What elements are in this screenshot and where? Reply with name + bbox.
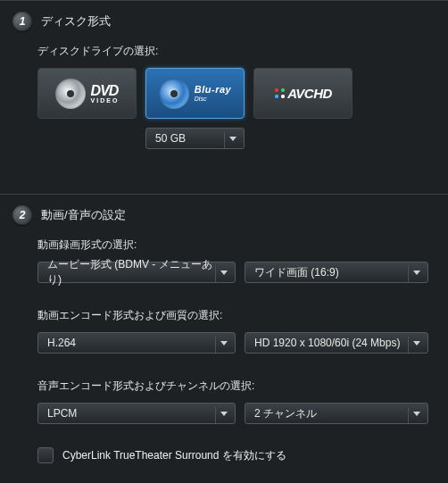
video-resolution-value: HD 1920 x 1080/60i (24 Mbps)	[254, 337, 400, 349]
disc-tile-avchd[interactable]: AVCHD	[253, 68, 353, 119]
chevron-down-icon	[220, 341, 228, 346]
dvd-text: DVD	[91, 83, 119, 98]
audio-channels-value: 2 チャンネル	[254, 406, 317, 421]
truetheater-checkbox[interactable]	[37, 447, 54, 463]
truetheater-label: CyberLink TrueTheater Surround を有効にする	[62, 448, 286, 463]
section-header: 1 ディスク形式	[0, 1, 448, 40]
avchd-logo: AVCHD	[274, 86, 332, 101]
avchd-text: AVCHD	[287, 86, 332, 101]
chevron-down-icon	[220, 412, 228, 416]
dvd-logo: DVD VIDEO	[91, 83, 120, 104]
section-disc-format: 1 ディスク形式 ディスクドライブの選択: DVD VIDEO Blu-ray	[0, 0, 448, 163]
disc-icon	[159, 79, 189, 109]
bluray-logo: Blu-ray Disc	[195, 85, 231, 102]
step-number-badge: 2	[12, 205, 32, 225]
video-format-label: 動画録画形式の選択:	[37, 237, 411, 253]
bluray-text: Blu-ray	[195, 85, 231, 95]
audio-codec-select[interactable]: LPCM	[37, 403, 236, 424]
video-encode-label: 動画エンコード形式および画質の選択:	[37, 308, 411, 323]
avchd-dots-icon	[274, 87, 286, 99]
chevron-down-icon	[229, 137, 236, 141]
disc-format-tiles: DVD VIDEO Blu-ray Disc AVCHD	[37, 68, 411, 119]
video-resolution-select[interactable]: HD 1920 x 1080/60i (24 Mbps)	[245, 332, 428, 354]
movie-format-select[interactable]: ムービー形式 (BDMV - メニューあり)	[37, 262, 236, 283]
dvd-subtext: VIDEO	[91, 97, 120, 104]
audio-codec-value: LPCM	[47, 407, 77, 420]
audio-channels-select[interactable]: 2 チャンネル	[245, 403, 428, 424]
chevron-down-icon	[413, 271, 420, 275]
disc-tile-dvd[interactable]: DVD VIDEO	[37, 68, 137, 119]
section-video-audio-settings: 2 動画/音声の設定 動画録画形式の選択: ムービー形式 (BDMV - メニュ…	[0, 194, 448, 478]
chevron-down-icon	[220, 271, 228, 275]
movie-format-value: ムービー形式 (BDMV - メニューあり)	[47, 257, 226, 287]
chevron-down-icon	[413, 341, 420, 346]
disc-icon	[55, 79, 86, 109]
disc-drive-label: ディスクドライブの選択:	[37, 44, 411, 59]
video-codec-value: H.264	[47, 337, 76, 349]
capacity-select[interactable]: 50 GB	[145, 128, 245, 149]
section-title: ディスク形式	[41, 13, 111, 29]
chevron-down-icon	[413, 412, 420, 416]
capacity-value: 50 GB	[155, 132, 186, 145]
aspect-value: ワイド画面 (16:9)	[254, 265, 339, 280]
video-codec-select[interactable]: H.264	[37, 332, 236, 354]
truetheater-row: CyberLink TrueTheater Surround を有効にする	[37, 447, 411, 463]
section-title: 動画/音声の設定	[41, 207, 126, 223]
aspect-ratio-select[interactable]: ワイド画面 (16:9)	[245, 262, 428, 283]
section-header: 2 動画/音声の設定	[0, 195, 448, 234]
audio-encode-label: 音声エンコード形式およびチャンネルの選択:	[37, 379, 411, 394]
step-number-badge: 1	[12, 12, 32, 31]
disc-tile-bluray[interactable]: Blu-ray Disc	[145, 68, 245, 119]
bluray-subtext: Disc	[195, 96, 231, 102]
